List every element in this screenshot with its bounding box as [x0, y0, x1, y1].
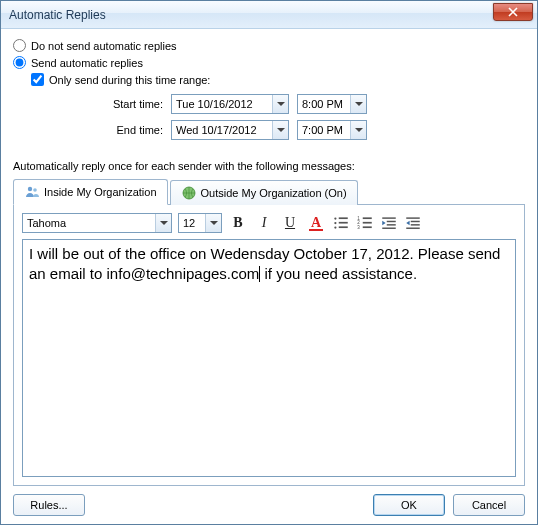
- send-label: Send automatic replies: [31, 57, 143, 69]
- increase-indent-button[interactable]: [404, 214, 422, 232]
- chevron-down-icon: [205, 214, 221, 232]
- svg-rect-10: [363, 217, 372, 219]
- end-date-combo[interactable]: Wed 10/17/2012: [171, 120, 289, 140]
- rules-button[interactable]: Rules...: [13, 494, 85, 516]
- decrease-indent-button[interactable]: [380, 214, 398, 232]
- ok-button[interactable]: OK: [373, 494, 445, 516]
- tab-inside-label: Inside My Organization: [44, 186, 157, 198]
- tab-outside-label: Outside My Organization (On): [201, 187, 347, 199]
- bold-button[interactable]: B: [228, 213, 248, 233]
- section-label: Automatically reply once for each sender…: [13, 160, 525, 172]
- format-toolbar: Tahoma 12 B I U A 123: [22, 213, 516, 233]
- rules-button-label: Rules...: [30, 499, 67, 511]
- send-radio-row[interactable]: Send automatic replies: [13, 56, 525, 69]
- svg-rect-4: [339, 217, 348, 219]
- end-time-combo[interactable]: 7:00 PM: [297, 120, 367, 140]
- font-size-value: 12: [179, 217, 205, 229]
- svg-point-7: [334, 226, 336, 228]
- end-date-value: Wed 10/17/2012: [172, 124, 272, 136]
- start-date-value: Tue 10/16/2012: [172, 98, 272, 110]
- svg-rect-16: [387, 221, 396, 222]
- svg-rect-22: [406, 228, 420, 229]
- svg-point-0: [28, 187, 32, 191]
- svg-rect-12: [363, 222, 372, 224]
- start-time-row: Start time: Tue 10/16/2012 8:00 PM: [53, 94, 525, 114]
- numbered-list-button[interactable]: 123: [356, 214, 374, 232]
- font-size-combo[interactable]: 12: [178, 213, 222, 233]
- cancel-button[interactable]: Cancel: [453, 494, 525, 516]
- svg-rect-15: [382, 217, 396, 218]
- start-time-combo[interactable]: 8:00 PM: [297, 94, 367, 114]
- time-range-grid: Start time: Tue 10/16/2012 8:00 PM End t…: [53, 94, 525, 146]
- svg-point-1: [33, 188, 37, 192]
- svg-rect-19: [406, 217, 420, 218]
- svg-rect-14: [363, 226, 372, 228]
- start-date-combo[interactable]: Tue 10/16/2012: [171, 94, 289, 114]
- ok-button-label: OK: [401, 499, 417, 511]
- close-icon: [508, 7, 518, 17]
- message-body-editor[interactable]: I will be out of the office on Wedensday…: [22, 239, 516, 477]
- svg-rect-6: [339, 222, 348, 224]
- svg-rect-8: [339, 226, 348, 228]
- end-time-value: 7:00 PM: [298, 124, 350, 136]
- font-name-combo[interactable]: Tahoma: [22, 213, 172, 233]
- do-not-send-radio[interactable]: [13, 39, 26, 52]
- svg-rect-21: [411, 224, 420, 225]
- globe-people-icon: [181, 185, 197, 201]
- dialog-footer: Rules... OK Cancel: [13, 486, 525, 516]
- dialog-content: Do not send automatic replies Send autom…: [1, 29, 537, 524]
- chevron-down-icon: [272, 121, 288, 139]
- underline-button[interactable]: U: [280, 213, 300, 233]
- svg-rect-17: [387, 224, 396, 225]
- close-button[interactable]: [493, 3, 533, 21]
- only-during-checkbox-row[interactable]: Only send during this time range:: [31, 73, 525, 86]
- do-not-send-label: Do not send automatic replies: [31, 40, 177, 52]
- svg-rect-18: [382, 228, 396, 229]
- only-during-label: Only send during this time range:: [49, 74, 210, 86]
- svg-rect-20: [411, 221, 420, 222]
- bullet-list-button[interactable]: [332, 214, 350, 232]
- italic-button[interactable]: I: [254, 213, 274, 233]
- svg-point-3: [334, 217, 336, 219]
- end-time-label: End time:: [53, 124, 163, 136]
- only-during-checkbox[interactable]: [31, 73, 44, 86]
- people-icon: [24, 184, 40, 200]
- automatic-replies-dialog: Automatic Replies Do not send automatic …: [0, 0, 538, 525]
- font-name-value: Tahoma: [23, 217, 155, 229]
- chevron-down-icon: [155, 214, 171, 232]
- window-title: Automatic Replies: [9, 8, 106, 22]
- message-body-text-2: if you need assistance.: [260, 265, 417, 282]
- tab-outside-organization[interactable]: Outside My Organization (On): [170, 180, 358, 205]
- send-radio[interactable]: [13, 56, 26, 69]
- svg-point-5: [334, 222, 336, 224]
- end-time-row: End time: Wed 10/17/2012 7:00 PM: [53, 120, 525, 140]
- start-time-value: 8:00 PM: [298, 98, 350, 110]
- tab-inside-organization[interactable]: Inside My Organization: [13, 179, 168, 205]
- svg-text:3: 3: [357, 225, 360, 230]
- start-time-label: Start time:: [53, 98, 163, 110]
- chevron-down-icon: [350, 95, 366, 113]
- titlebar: Automatic Replies: [1, 1, 537, 29]
- do-not-send-radio-row[interactable]: Do not send automatic replies: [13, 39, 525, 52]
- cancel-button-label: Cancel: [472, 499, 506, 511]
- font-color-button[interactable]: A: [306, 213, 326, 233]
- chevron-down-icon: [272, 95, 288, 113]
- editor-panel: Tahoma 12 B I U A 123: [13, 204, 525, 486]
- chevron-down-icon: [350, 121, 366, 139]
- tab-strip: Inside My Organization Outside My Organi…: [13, 178, 525, 204]
